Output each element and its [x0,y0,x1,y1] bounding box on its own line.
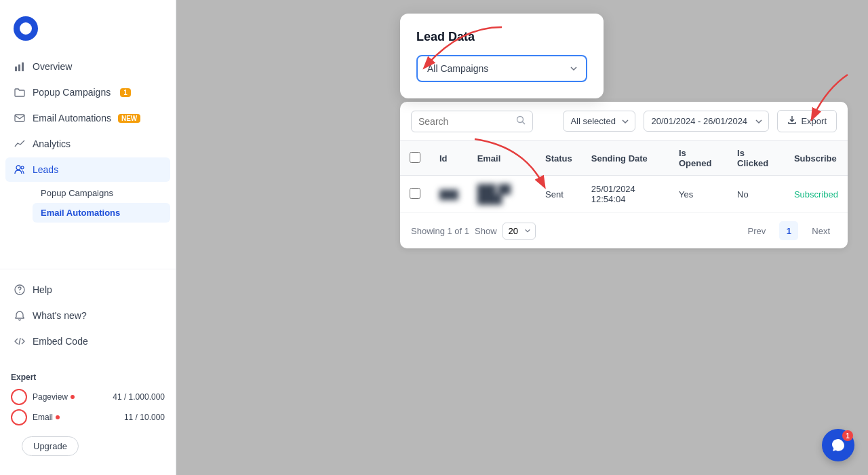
users-icon [14,164,26,176]
header-id: Id [430,141,468,176]
row-checkbox[interactable] [410,188,420,199]
export-icon [787,115,797,127]
pagination: Prev 1 Next [741,221,837,240]
sidebar-item-embed-code[interactable]: Embed Code [5,329,170,354]
app-logo[interactable] [14,16,38,41]
sidebar-item-label: Embed Code [33,336,88,347]
table-header-row: Id Email Status Sending Date Is Opened I… [400,141,848,176]
email-label: Email [33,413,53,422]
sidebar-item-help[interactable]: Help [5,278,170,302]
upgrade-button[interactable]: Upgrade [22,436,79,456]
code-icon [14,335,26,347]
row-id: ███ [430,176,468,213]
header-subscribe: Subscribe [785,141,848,176]
pageview-red-dot [71,395,75,399]
sending-date-value: 25/01/2024 12:54:04 [591,184,635,204]
status-filter-select[interactable]: All selected [563,111,635,132]
is-opened-value: Yes [679,189,693,200]
svg-point-4 [16,166,20,170]
sidebar-item-analytics[interactable]: Analytics [5,132,170,156]
chat-button[interactable]: 1 [822,429,854,461]
lead-data-card: Lead Data All Campaigns [400,14,604,98]
row-email: ███ ██ ████ [468,176,536,213]
email-label-wrap: Email [33,413,119,422]
leads-sub-nav: Popup Campaigns Email Automations [5,183,170,223]
svg-line-8 [19,338,20,345]
search-input[interactable] [418,116,512,127]
main-content: Lead Data All Campaigns All selected [176,0,868,475]
email-automations-badge: NEW [118,114,140,123]
sidebar-item-label: What's new? [33,310,87,321]
svg-point-7 [19,292,20,293]
sidebar-subitem-label: Popup Campaigns [41,188,113,198]
sidebar-subitem-popup-campaigns[interactable]: Popup Campaigns [33,183,170,203]
pageview-usage-row: Pageview 41 / 1.000.000 [11,389,165,405]
bar-chart-icon [14,60,26,73]
svg-rect-2 [22,62,24,71]
per-page-select[interactable]: 20 [502,223,536,240]
search-icon [516,115,526,128]
svg-rect-3 [15,115,24,121]
current-page: 1 [779,221,798,240]
showing-text: Showing 1 of 1 [411,226,469,236]
row-sending-date: 25/01/2024 12:54:04 [582,176,669,213]
sidebar-item-label: Help [33,284,52,295]
sidebar-bottom-nav: Help What's new? Embed Code [0,269,176,359]
header-checkbox-cell [400,141,430,176]
subscribe-value: Subscribed [794,189,838,200]
help-circle-icon [14,284,26,296]
status-value: Sent [545,189,564,200]
sidebar-subitem-email-automations[interactable]: Email Automations [33,203,170,223]
svg-point-5 [21,166,24,169]
email-usage-row: Email 11 / 10.000 [11,409,165,425]
header-email: Email [468,141,536,176]
svg-point-9 [517,116,524,122]
logo-inner [20,22,32,35]
folder-icon [14,86,26,98]
row-status: Sent [536,176,582,213]
svg-line-10 [523,121,526,124]
email-value: ███ ██ ████ [477,184,511,204]
id-value: ███ [439,189,458,200]
trending-icon [14,138,26,150]
expert-section: Expert Pageview 41 / 1.000.000 Email 11 … [0,364,176,464]
lead-table-area: All selected 20/01/2024 - 26/01/2024 Exp… [400,102,848,248]
table-toolbar: All selected 20/01/2024 - 26/01/2024 Exp… [400,102,848,141]
svg-rect-0 [15,66,17,71]
sidebar-item-email-automations[interactable]: Email Automations NEW [5,106,170,130]
sidebar-nav: Overview Popup Campaigns 1 Email Automat… [0,54,176,263]
show-label: Show [475,226,497,236]
date-range-select[interactable]: 20/01/2024 - 26/01/2024 [644,111,769,132]
sidebar-item-label: Email Automations [33,113,111,124]
search-box[interactable] [411,111,533,132]
sidebar-item-label: Leads [33,164,58,175]
sidebar-item-overview[interactable]: Overview [5,54,170,79]
bell-icon [14,309,26,322]
popup-campaigns-badge: 1 [120,88,131,97]
lead-data-title: Lead Data [416,30,587,44]
export-label: Export [801,116,827,126]
prev-button[interactable]: Prev [741,223,773,239]
export-button[interactable]: Export [777,110,837,132]
row-subscribe: Subscribed [785,176,848,213]
svg-rect-1 [18,64,20,71]
select-all-checkbox[interactable] [410,152,420,163]
sidebar-item-whats-new[interactable]: What's new? [5,303,170,328]
chat-icon [831,438,846,453]
header-status: Status [536,141,582,176]
email-dot [11,409,27,425]
campaign-select[interactable]: All Campaigns [416,55,587,82]
pageview-label: Pageview [33,392,68,402]
sidebar: Overview Popup Campaigns 1 Email Automat… [0,0,176,475]
sidebar-item-leads[interactable]: Leads [5,157,170,182]
sidebar-item-label: Overview [33,61,72,72]
next-button[interactable]: Next [805,223,837,239]
sidebar-item-popup-campaigns[interactable]: Popup Campaigns 1 [5,80,170,104]
mail-icon [14,112,26,124]
header-sending-date: Sending Date [582,141,669,176]
table-footer: Showing 1 of 1 Show 20 Prev 1 Next [400,212,848,248]
show-select-wrap: Showing 1 of 1 Show 20 [411,223,536,240]
pageview-dot [11,389,27,405]
chat-badge: 1 [842,430,853,441]
is-clicked-value: No [737,189,749,200]
